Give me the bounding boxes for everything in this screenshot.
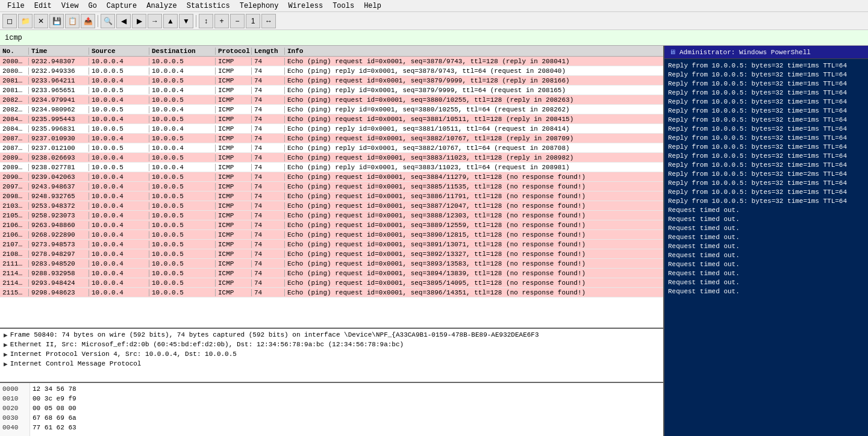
cell-no: 2111… xyxy=(0,260,29,267)
table-row[interactable]: 2080… 9232.948307 10.0.0.4 10.0.0.5 ICMP… xyxy=(0,57,663,66)
toolbar-zoomout[interactable]: − xyxy=(230,14,245,28)
table-row[interactable]: 2097… 9243.948637 10.0.0.4 10.0.0.5 ICMP… xyxy=(0,182,663,192)
table-row[interactable]: 2089… 9238.026693 10.0.0.4 10.0.0.5 ICMP… xyxy=(0,153,663,163)
toolbar-new[interactable]: ◻ xyxy=(2,14,17,28)
menu-wireless[interactable]: Wireless xyxy=(284,1,328,11)
menu-help[interactable]: Help xyxy=(359,1,386,11)
cell-no: 2080… xyxy=(0,58,29,65)
menu-statistics[interactable]: Statistics xyxy=(182,1,235,11)
cell-destination: 10.0.0.4 xyxy=(149,67,216,75)
toolbar-zoomnormal[interactable]: 1 xyxy=(246,14,260,28)
col-header-destination: Destination xyxy=(149,48,216,55)
table-row[interactable]: 2089… 9238.027781 10.0.0.5 10.0.0.4 ICMP… xyxy=(0,163,663,172)
table-row[interactable]: 2082… 9234.979941 10.0.0.4 10.0.0.5 ICMP… xyxy=(0,95,663,105)
cell-source: 10.0.0.5 xyxy=(89,164,149,171)
table-row[interactable]: 2105… 9258.923073 10.0.0.4 10.0.0.5 ICMP… xyxy=(0,211,663,220)
table-row[interactable]: 2111… 9283.948520 10.0.0.4 10.0.0.5 ICMP… xyxy=(0,259,663,269)
cell-destination: 10.0.0.5 xyxy=(149,183,216,190)
table-row[interactable]: 2081… 9233.965651 10.0.0.5 10.0.0.4 ICMP… xyxy=(0,86,663,95)
toolbar-autoscroll[interactable]: ↕ xyxy=(199,14,213,28)
cell-protocol: ICMP xyxy=(216,241,252,248)
menu-file[interactable]: File xyxy=(2,1,30,11)
detail-ethernet[interactable]: ▶ Ethernet II, Src: Microsof_ef:d2:0b (6… xyxy=(0,340,663,349)
detail-icmp[interactable]: ▶ Internet Control Message Protocol xyxy=(0,359,663,369)
toolbar-top[interactable]: ▲ xyxy=(163,14,178,28)
cell-source: 10.0.0.4 xyxy=(89,222,149,229)
col-header-no: No. xyxy=(0,48,29,55)
table-row[interactable]: 2114… 9288.932958 10.0.0.4 10.0.0.5 ICMP… xyxy=(0,269,663,278)
menu-capture[interactable]: Capture xyxy=(102,1,142,11)
menu-view[interactable]: View xyxy=(57,1,84,11)
toolbar-find[interactable]: 🔍 xyxy=(101,14,115,28)
cell-no: 2108… xyxy=(0,251,29,258)
col-header-length: Length xyxy=(252,48,285,55)
cell-protocol: ICMP xyxy=(216,106,252,113)
toolbar-close[interactable]: ✕ xyxy=(34,14,48,28)
table-row[interactable]: 2103… 9253.948372 10.0.0.4 10.0.0.5 ICMP… xyxy=(0,201,663,211)
cell-no: 2081… xyxy=(0,87,29,94)
toolbar-zoomin[interactable]: + xyxy=(214,14,229,28)
menu-telephony[interactable]: Telephony xyxy=(235,1,284,11)
table-row[interactable]: 2106… 9263.948860 10.0.0.4 10.0.0.5 ICMP… xyxy=(0,220,663,230)
cell-info: Echo (ping) request id=0x0001, seq=3878/… xyxy=(285,58,663,65)
cell-source: 10.0.0.4 xyxy=(89,270,149,277)
ps-line: Request timed out. xyxy=(668,278,864,287)
cell-destination: 10.0.0.5 xyxy=(149,154,216,161)
toolbar-saveas[interactable]: 📋 xyxy=(65,14,80,28)
ps-line: Reply from 10.0.0.5: bytes=32 time=1ms T… xyxy=(668,152,864,161)
menu-analyze[interactable]: Analyze xyxy=(142,1,181,11)
toolbar-save[interactable]: 💾 xyxy=(49,14,64,28)
filter-input[interactable] xyxy=(2,32,866,44)
col-header-time: Time xyxy=(29,48,89,55)
cell-source: 10.0.0.4 xyxy=(89,96,149,104)
table-row[interactable]: 2098… 9248.932765 10.0.0.4 10.0.0.5 ICMP… xyxy=(0,192,663,201)
menu-edit[interactable]: Edit xyxy=(30,1,57,11)
cell-info: Echo (ping) request id=0x0001, seq=3893/… xyxy=(285,260,663,267)
table-row[interactable]: 2084… 9235.996831 10.0.0.5 10.0.0.4 ICMP… xyxy=(0,124,663,134)
toolbar-resize[interactable]: ↔ xyxy=(261,14,276,28)
cell-no: 2115… xyxy=(0,289,29,296)
table-row[interactable]: 2107… 9273.948573 10.0.0.4 10.0.0.5 ICMP… xyxy=(0,240,663,249)
menu-go[interactable]: Go xyxy=(83,1,101,11)
packet-list[interactable]: No. Time Source Destination Protocol Len… xyxy=(0,46,663,329)
table-row[interactable]: 2087… 9237.010930 10.0.0.4 10.0.0.5 ICMP… xyxy=(0,134,663,143)
toolbar-goto[interactable]: → xyxy=(148,14,162,28)
menu-tools[interactable]: Tools xyxy=(328,1,359,11)
cell-source: 10.0.0.4 xyxy=(89,251,149,258)
toolbar-bottom[interactable]: ▼ xyxy=(179,14,193,28)
cell-length: 74 xyxy=(252,183,285,190)
menubar: File Edit View Go Capture Analyze Statis… xyxy=(0,0,868,12)
table-row[interactable]: 2108… 9278.948297 10.0.0.4 10.0.0.5 ICMP… xyxy=(0,249,663,259)
table-row[interactable]: 2106… 9268.922890 10.0.0.4 10.0.0.5 ICMP… xyxy=(0,230,663,240)
table-row[interactable]: 2080… 9232.949336 10.0.0.5 10.0.0.4 ICMP… xyxy=(0,66,663,76)
table-row[interactable]: 2114… 9293.948424 10.0.0.4 10.0.0.5 ICMP… xyxy=(0,278,663,288)
table-row[interactable]: 2082… 9234.980962 10.0.0.5 10.0.0.4 ICMP… xyxy=(0,105,663,114)
cell-length: 74 xyxy=(252,222,285,229)
toolbar-back[interactable]: ◀ xyxy=(116,14,131,28)
ps-line: Request timed out. xyxy=(668,260,864,269)
detail-ip[interactable]: ▶ Internet Protocol Version 4, Src: 10.0… xyxy=(0,349,663,359)
table-row[interactable]: 2081… 9233.964211 10.0.0.4 10.0.0.5 ICMP… xyxy=(0,76,663,86)
hex-bytes-row-2: 00 05 08 00 xyxy=(33,403,661,413)
cell-protocol: ICMP xyxy=(216,193,252,200)
cell-time: 9283.948520 xyxy=(29,260,89,267)
toolbar-forward[interactable]: ▶ xyxy=(132,14,146,28)
table-row[interactable]: 2090… 9239.042063 10.0.0.4 10.0.0.5 ICMP… xyxy=(0,172,663,182)
cell-source: 10.0.0.4 xyxy=(89,116,149,123)
powershell-content[interactable]: Reply from 10.0.0.5: bytes=32 time=1ms T… xyxy=(664,59,868,436)
cell-protocol: ICMP xyxy=(216,125,252,132)
detail-frame-text: Frame 50840: 74 bytes on wire (592 bits)… xyxy=(10,331,539,338)
ps-line: Reply from 10.0.0.5: bytes=32 time=1ms T… xyxy=(668,179,864,188)
detail-frame[interactable]: ▶ Frame 50840: 74 bytes on wire (592 bit… xyxy=(0,330,663,340)
toolbar-open[interactable]: 📁 xyxy=(18,14,33,28)
cell-source: 10.0.0.4 xyxy=(89,260,149,267)
cell-info: Echo (ping) reply id=0x0001, seq=3883/11… xyxy=(285,164,663,171)
table-row[interactable]: 2115… 9298.948623 10.0.0.4 10.0.0.5 ICMP… xyxy=(0,288,663,297)
col-header-protocol: Protocol xyxy=(216,48,252,55)
cell-destination: 10.0.0.5 xyxy=(149,202,216,210)
table-row[interactable]: 2087… 9237.012100 10.0.0.5 10.0.0.4 ICMP… xyxy=(0,143,663,153)
cell-time: 9234.979941 xyxy=(29,96,89,104)
toolbar-export[interactable]: 📤 xyxy=(81,14,95,28)
table-row[interactable]: 2084… 9235.995443 10.0.0.4 10.0.0.5 ICMP… xyxy=(0,114,663,124)
cell-length: 74 xyxy=(252,67,285,75)
